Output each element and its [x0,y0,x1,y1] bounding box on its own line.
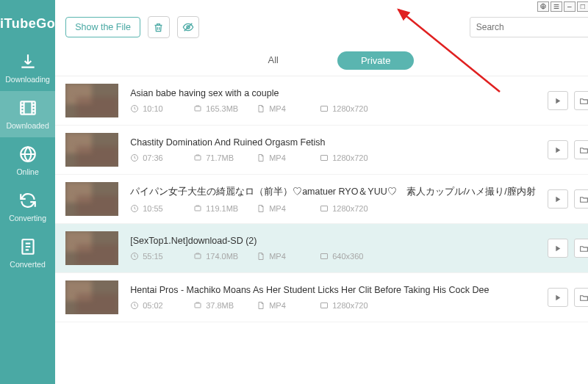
play-button[interactable] [548,140,568,159]
play-icon [553,145,562,155]
show-file-button[interactable]: Show the File [65,17,140,37]
open-folder-button[interactable] [574,239,588,258]
sidebar-item-label: Downloaded [6,121,49,130]
svg-rect-7 [195,106,201,111]
sidebar-item-label: Downloading [5,75,50,84]
video-duration: 10:55 [130,204,183,213]
file-icon [257,252,265,261]
trash-icon [153,22,164,33]
video-actions [548,189,588,209]
svg-point-3 [542,6,544,8]
play-icon [553,195,562,204]
video-thumbnail [65,133,118,167]
video-format: MP4 [257,104,309,113]
video-actions [548,239,588,258]
app-logo: iTubeGo [0,16,55,32]
sidebar-item-label: Converted [10,260,45,269]
resolution-icon [320,153,329,162]
svg-rect-8 [321,106,328,112]
maximize-icon: □ [581,3,585,10]
maximize-button[interactable]: □ [577,1,588,12]
video-meta: 10:10 165.3MB MP4 1280x720 [130,104,536,113]
video-size: 37.8MB [193,301,246,310]
folder-icon [579,195,588,204]
video-meta: 05:02 37.8MB MP4 1280x720 [130,301,536,310]
video-actions [548,91,588,110]
svg-rect-19 [195,303,201,308]
svg-rect-13 [195,206,201,211]
video-format: MP4 [257,204,309,213]
sidebar-item-downloaded[interactable]: Downloaded [0,91,55,137]
list-item[interactable]: [SexTop1.Net]download-SD (2) 55:15 174.0… [55,224,588,273]
sidebar-item-label: Converting [9,214,46,222]
menu-button[interactable] [551,1,562,12]
video-title: Asian babe having sex with a couple [130,88,536,98]
svg-rect-16 [195,254,201,258]
sidebar-item-downloading[interactable]: Downloading [0,45,55,91]
play-button[interactable] [548,288,568,307]
open-folder-button[interactable] [574,288,588,307]
clock-icon [130,204,139,213]
play-button[interactable] [548,91,568,110]
video-resolution: 1280x720 [320,301,373,310]
search-input[interactable] [476,22,588,32]
video-resolution: 1280x720 [320,204,373,213]
globe-icon [18,145,37,164]
video-resolution: 1280x720 [320,153,373,162]
main-panel: – □ × Show the File All Private [55,0,588,384]
video-thumbnail [65,84,118,117]
open-folder-button[interactable] [574,91,588,110]
play-button[interactable] [548,189,568,209]
video-thumbnail [65,280,118,314]
video-info: [SexTop1.Net]download-SD (2) 55:15 174.0… [130,236,536,261]
size-icon [193,252,202,261]
video-size: 119.1MB [193,204,246,213]
resolution-icon [320,301,329,310]
svg-rect-14 [321,206,328,211]
minimize-button[interactable]: – [564,1,576,12]
play-button[interactable] [548,239,568,258]
list-item[interactable]: Hentai Pros - Machiko Moans As Her Stude… [55,273,588,322]
minimize-icon: – [567,3,572,10]
sidebar: iTubeGo Downloading Downloaded Online Co… [0,0,55,384]
size-icon [193,104,202,113]
video-title: パイパン女子大生の綺麗なロ（前半）♡amatuer RYO＆YUU♡ 素人カップ… [130,186,536,198]
resolution-icon [320,104,329,113]
video-duration: 07:36 [130,153,183,162]
window-titlebar: – □ × [55,0,588,13]
visibility-button[interactable] [177,16,199,38]
open-folder-button[interactable] [574,189,588,209]
list-item[interactable]: パイパン女子大生の綺麗なロ（前半）♡amatuer RYO＆YUU♡ 素人カップ… [55,175,588,224]
video-info: Hentai Pros - Machiko Moans As Her Stude… [130,285,536,310]
list-item[interactable]: Chastity Domination And Ruined Orgasm Fe… [55,126,588,175]
list-item[interactable]: Asian babe having sex with a couple 10:1… [55,76,588,126]
search-input-wrapper [470,17,588,37]
svg-rect-20 [321,303,328,308]
delete-button[interactable] [148,16,170,38]
video-format: MP4 [257,301,309,310]
download-icon [18,52,37,71]
open-folder-button[interactable] [574,140,588,159]
tab-private[interactable]: Private [337,51,414,70]
resolution-icon [320,252,329,261]
video-info: パイパン女子大生の綺麗なロ（前半）♡amatuer RYO＆YUU♡ 素人カップ… [130,186,536,213]
gear-icon [539,3,547,10]
settings-button[interactable] [537,1,549,12]
sidebar-item-converting[interactable]: Converting [0,184,55,230]
svg-rect-10 [195,156,201,160]
video-thumbnail [65,182,118,216]
clock-icon [130,301,139,310]
video-info: Asian babe having sex with a couple 10:1… [130,88,536,113]
file-icon [257,301,265,310]
video-meta: 55:15 174.0MB MP4 640x360 [130,252,536,261]
video-size: 174.0MB [193,252,246,261]
tab-all[interactable]: All [245,51,300,70]
sidebar-item-label: Online [16,167,38,176]
video-resolution: 640x360 [320,252,373,261]
film-icon [18,98,37,117]
sidebar-item-converted[interactable]: Converted [0,230,55,276]
folder-icon [579,145,588,155]
svg-rect-17 [321,254,328,259]
play-icon [553,96,562,106]
sidebar-item-online[interactable]: Online [0,137,55,184]
